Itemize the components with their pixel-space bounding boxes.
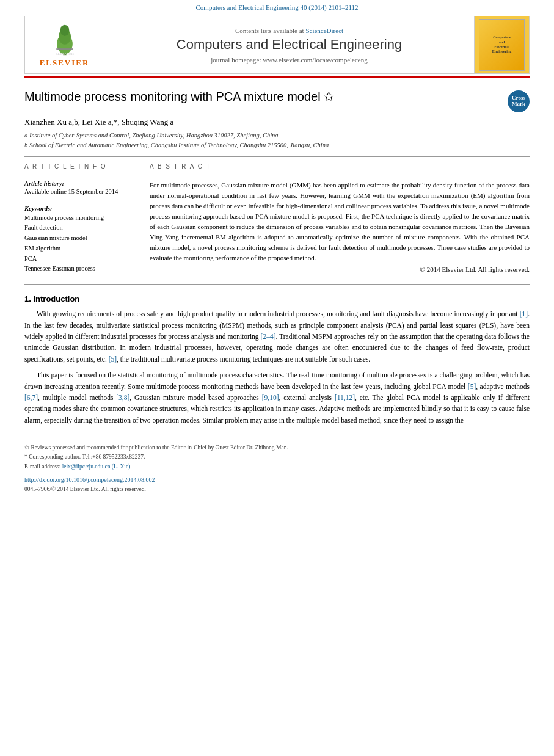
email-value: leix@iipc.zju.edu.cn (L. Xie). xyxy=(62,463,132,470)
ref-1: [1] xyxy=(520,310,528,318)
ref-5b: [5] xyxy=(468,383,476,390)
keywords-label: Keywords: xyxy=(24,205,137,212)
article-info-label: A R T I C L E I N F O xyxy=(24,163,137,170)
authors-text: Xianzhen Xu a,b, Lei Xie a,*, Shuqing Wa… xyxy=(24,117,173,126)
journal-cover-area: ComputersandElectricalEngineering xyxy=(474,16,529,73)
keyword-1: Multimode process monitoring xyxy=(24,213,137,224)
divider-abstract xyxy=(150,175,530,175)
keywords-list: Multimode process monitoring Fault detec… xyxy=(24,213,137,275)
intro-paragraph-1: With growing requirements of process saf… xyxy=(24,308,530,365)
section-introduction: 1. Introduction With growing requirement… xyxy=(24,294,530,426)
footnote-area: ✩ Reviews processed and recommended for … xyxy=(24,438,530,494)
footnote-star2: * Corresponding author. Tel.:+86 8795223… xyxy=(24,453,530,462)
info-abstract-section: A R T I C L E I N F O Article history: A… xyxy=(24,163,530,275)
elsevier-logo-area: ELSEVIER ELSEVIER xyxy=(25,16,104,73)
issn-line: 0045-7906/© 2014 Elsevier Ltd. All right… xyxy=(24,485,530,494)
footnote-star: ✩ Reviews processed and recommended for … xyxy=(24,443,530,453)
article-main: Multimode process monitoring with PCA mi… xyxy=(24,78,530,494)
section-1-heading: 1. Introduction xyxy=(24,294,530,303)
journal-title-area: Contents lists available at ScienceDirec… xyxy=(104,16,474,73)
authors-line: Xianzhen Xu a,b, Lei Xie a,*, Shuqing Wa… xyxy=(24,117,530,127)
divider-left xyxy=(24,175,137,175)
journal-homepage: journal homepage: www.elsevier.com/locat… xyxy=(211,56,367,64)
elsevier-logo: ELSEVIER ELSEVIER xyxy=(40,23,90,68)
journal-name: Computers and Electrical Engineering xyxy=(177,37,402,53)
abstract-text: For multimode processes, Gaussian mixtur… xyxy=(150,180,530,263)
intro-paragraph-2: This paper is focused on the statistical… xyxy=(24,369,530,426)
affiliations: a Institute of Cyber-Systems and Control… xyxy=(24,131,530,150)
citation-text: Computers and Electrical Engineering 40 … xyxy=(196,4,359,11)
crossmark-area: CrossMark xyxy=(508,90,530,112)
elsevier-name: ELSEVIER xyxy=(40,58,90,68)
svg-rect-4 xyxy=(56,48,73,50)
sciencedirect-link[interactable]: ScienceDirect xyxy=(305,27,343,34)
contents-available: Contents lists available at ScienceDirec… xyxy=(235,27,343,34)
cover-title: ComputersandElectricalEngineering xyxy=(492,35,511,54)
email-label: E-mail address: xyxy=(24,463,60,470)
footnote-email: E-mail address: leix@iipc.zju.edu.cn (L.… xyxy=(24,462,530,471)
keyword-4: EM algorithm xyxy=(24,244,137,254)
divider-left-2 xyxy=(24,200,137,200)
affiliation-2: b School of Electric and Automatic Engin… xyxy=(24,140,530,150)
keyword-5: PCA xyxy=(24,254,137,264)
svg-text:ELSEVIER: ELSEVIER xyxy=(55,51,74,56)
abstract-label: A B S T R A C T xyxy=(150,163,530,170)
ref-2-4: [2–4] xyxy=(261,333,276,340)
svg-point-3 xyxy=(60,24,69,35)
ref-11-12: [11,12] xyxy=(335,394,355,401)
keyword-6: Tennessee Eastman process xyxy=(24,264,137,274)
journal-header: ELSEVIER ELSEVIER Contents lists availab… xyxy=(24,16,530,74)
copyright: © 2014 Elsevier Ltd. All rights reserved… xyxy=(150,266,530,273)
affiliation-1: a Institute of Cyber-Systems and Control… xyxy=(24,131,530,140)
divider-body xyxy=(24,284,530,285)
ref-9-10: [9,10] xyxy=(262,394,279,401)
keyword-3: Gaussian mixture model xyxy=(24,233,137,244)
abstract-col: A B S T R A C T For multimode processes,… xyxy=(150,163,530,275)
journal-cover: ComputersandElectricalEngineering xyxy=(479,19,525,71)
history-label: Article history: xyxy=(24,180,137,187)
ref-3-8: [3,8] xyxy=(116,394,129,401)
divider-1 xyxy=(24,156,530,157)
article-title: Multimode process monitoring with PCA mi… xyxy=(24,89,501,104)
doi-line: http://dx.doi.org/10.1016/j.compeleceng.… xyxy=(24,475,530,485)
history-value: Available online 15 September 2014 xyxy=(24,188,137,195)
article-info-col: A R T I C L E I N F O Article history: A… xyxy=(24,163,137,275)
citation-bar: Computers and Electrical Engineering 40 … xyxy=(0,0,554,13)
title-row: Multimode process monitoring with PCA mi… xyxy=(24,89,530,112)
ref-5: [5] xyxy=(109,355,117,363)
elsevier-tree-icon: ELSEVIER xyxy=(43,23,86,56)
crossmark-badge: CrossMark xyxy=(508,90,530,112)
ref-6-7: [6,7] xyxy=(24,394,38,401)
keyword-2: Fault detection xyxy=(24,223,137,233)
contents-prefix: Contents lists available at xyxy=(235,27,305,34)
